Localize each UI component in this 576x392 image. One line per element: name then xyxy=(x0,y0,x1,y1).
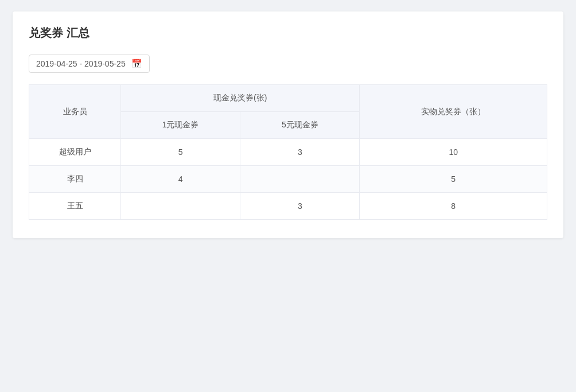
table-row: 王五38 xyxy=(29,193,547,220)
cell-agent: 李四 xyxy=(29,166,121,193)
page-title: 兑奖券 汇总 xyxy=(29,25,547,41)
header-cash-1yuan: 1元现金券 xyxy=(121,112,240,139)
cell-physical: 8 xyxy=(360,193,547,220)
calendar-icon: 📅 xyxy=(131,59,142,69)
cell-agent: 王五 xyxy=(29,193,121,220)
header-cash-coupons: 现金兑奖券(张) xyxy=(121,85,360,112)
cell-physical: 10 xyxy=(360,139,547,166)
cell-physical: 5 xyxy=(360,166,547,193)
cell-agent: 超级用户 xyxy=(29,139,121,166)
header-agent: 业务员 xyxy=(29,85,121,139)
date-picker[interactable]: 2019-04-25 - 2019-05-25 📅 xyxy=(29,55,150,73)
header-physical-coupons: 实物兑奖券（张） xyxy=(360,85,547,139)
table-row: 李四45 xyxy=(29,166,547,193)
table-row: 超级用户5310 xyxy=(29,139,547,166)
coupon-table: 业务员 现金兑奖券(张) 实物兑奖券（张） 1元现金券 5元现金券 超级用户53… xyxy=(29,84,547,220)
cell-cash5: 3 xyxy=(240,139,360,166)
header-cash-5yuan: 5元现金券 xyxy=(240,112,360,139)
date-picker-value: 2019-04-25 - 2019-05-25 xyxy=(36,59,126,68)
cell-cash1 xyxy=(121,193,240,220)
cell-cash5: 3 xyxy=(240,193,360,220)
cell-cash1: 5 xyxy=(121,139,240,166)
main-card: 兑奖券 汇总 2019-04-25 - 2019-05-25 📅 业务员 现金兑… xyxy=(13,11,563,238)
cell-cash1: 4 xyxy=(121,166,240,193)
cell-cash5 xyxy=(240,166,360,193)
